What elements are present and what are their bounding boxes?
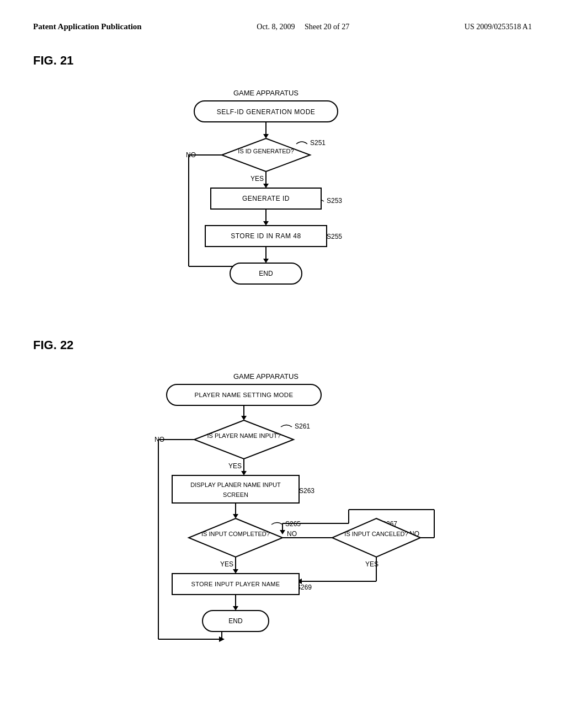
fig22-title: FIG. 22 — [33, 338, 532, 352]
svg-marker-40 — [280, 530, 285, 534]
svg-marker-29 — [233, 514, 238, 518]
svg-marker-48 — [233, 606, 238, 611]
svg-marker-26 — [241, 471, 247, 475]
fig21-start-node: SELF-ID GENERATION MODE — [217, 108, 316, 116]
fig22-diamond1-text: IS PLAYER NAME INPUT? — [207, 432, 280, 439]
header-date-text: Oct. 8, 2009 — [257, 23, 295, 31]
header-left: Patent Application Publication — [33, 22, 142, 31]
page: Patent Application Publication Oct. 8, 2… — [0, 0, 565, 728]
header-right: US 2009/0253518 A1 — [465, 23, 532, 31]
fig22-no-label2: NO — [287, 530, 297, 538]
fig22-rect2-text: STORE INPUT PLAYER NAME — [191, 581, 280, 587]
fig22-s261-label: S261 — [295, 422, 310, 430]
fig21-s255-label: S255 — [327, 233, 342, 240]
svg-marker-45 — [233, 569, 238, 574]
fig22-yes-label3: YES — [220, 560, 233, 568]
fig22-section: FIG. 22 GAME APPARATUS PLAYER NAME SETTI… — [33, 338, 532, 678]
fig21-diagram: GAME APPARATUS SELF-ID GENERATION MODE S… — [139, 79, 426, 311]
fig21-s251-label: S251 — [310, 139, 326, 147]
svg-marker-33 — [332, 518, 420, 557]
fig22-diamond2-text: IS INPUT COMPLETED? — [201, 531, 270, 537]
fig22-rect1-line2: SCREEN — [223, 491, 248, 498]
fig21-s253-label: S253 — [327, 197, 342, 205]
fig21-title: FIG. 21 — [33, 53, 532, 68]
svg-marker-20 — [194, 420, 294, 459]
fig21-rect2-text: STORE ID IN RAM 48 — [231, 232, 301, 240]
svg-marker-12 — [263, 221, 269, 226]
fig21-apparatus-label: GAME APPARATUS — [233, 89, 299, 97]
fig22-s263-label: S263 — [299, 487, 315, 495]
header-sheet: Sheet 20 of 27 — [305, 23, 349, 31]
header-date: Oct. 8, 2009 Sheet 20 of 27 — [257, 23, 349, 31]
fig22-diagram: GAME APPARATUS PLAYER NAME SETTING MODE … — [111, 363, 454, 678]
fig21-rect1-text: GENERATE ID — [242, 195, 290, 202]
svg-marker-15 — [263, 259, 269, 263]
fig22-apparatus-label: GAME APPARATUS — [233, 372, 299, 381]
page-header: Patent Application Publication Oct. 8, 2… — [33, 22, 532, 31]
svg-marker-9 — [263, 184, 269, 188]
fig21-section: FIG. 21 GAME APPARATUS SELF-ID GENERATIO… — [33, 53, 532, 311]
fig21-diamond1-text: IS ID GENERATED? — [238, 148, 294, 154]
svg-marker-30 — [189, 518, 282, 557]
fig22-rect1-line1: DISPLAY PLANER NAME INPUT — [190, 481, 281, 488]
fig22-yes-label1: YES — [228, 462, 242, 470]
fig22-start-node: PLAYER NAME SETTING MODE — [195, 392, 294, 398]
svg-marker-2 — [263, 134, 269, 138]
svg-rect-27 — [172, 475, 299, 503]
fig22-end-node: END — [228, 617, 243, 625]
fig21-yes-label: YES — [250, 175, 264, 183]
fig21-end-node: END — [259, 270, 273, 277]
fig22-diamond3-text: IS INPUT CANCELED? — [344, 531, 408, 537]
svg-marker-19 — [241, 416, 247, 420]
